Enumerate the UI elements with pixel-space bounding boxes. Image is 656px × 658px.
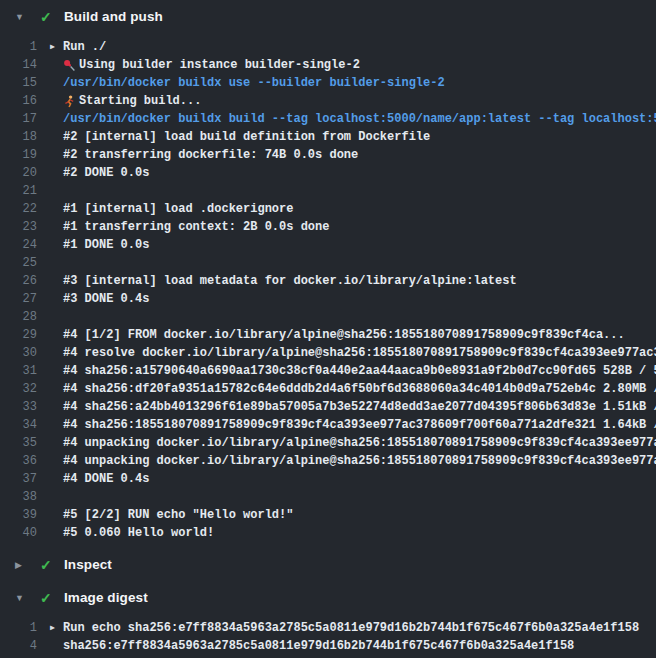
log-line: 28 ▶	[0, 308, 656, 326]
line-number[interactable]: 35	[0, 434, 37, 452]
line-content: ▶	[37, 254, 656, 272]
section-title: Inspect	[64, 557, 112, 572]
line-number[interactable]: 23	[0, 218, 37, 236]
log-line: 33 ▶ #4 sha256:a24bb4013296f61e89ba57005…	[0, 398, 656, 416]
line-content: ▶ #5 [2/2] RUN echo "Hello world!"	[37, 506, 656, 524]
log-text: /usr/bin/docker buildx use --builder bui…	[63, 74, 445, 92]
log-text: sha256:e7ff8834a5963a2785c5a0811e979d16b…	[63, 637, 574, 655]
line-number[interactable]: 21	[0, 182, 37, 200]
log-line: 39 ▶ #5 [2/2] RUN echo "Hello world!"	[0, 506, 656, 524]
line-number[interactable]: 22	[0, 200, 37, 218]
line-number[interactable]: 30	[0, 344, 37, 362]
section-header-image-digest[interactable]: ▼ ✓ Image digest	[0, 581, 656, 614]
section-title: Build and push	[64, 9, 163, 24]
log-line: 27 ▶ #3 DONE 0.4s	[0, 290, 656, 308]
line-content: ▶	[37, 308, 656, 326]
log-line: 30 ▶ #4 resolve docker.io/library/alpine…	[0, 344, 656, 362]
line-content: ▶ Starting build...	[37, 92, 656, 110]
log-text: #5 [2/2] RUN echo "Hello world!"	[63, 506, 293, 524]
log-text: #4 sha256:df20fa9351a15782c64e6dddb2d4a6…	[63, 380, 656, 398]
log-line: 15 ▶ /usr/bin/docker buildx use --builde…	[0, 74, 656, 92]
log-line: 24 ▶ #1 DONE 0.0s	[0, 236, 656, 254]
log-line: 34 ▶ #4 sha256:185518070891758909c9f839c…	[0, 416, 656, 434]
line-number[interactable]: 32	[0, 380, 37, 398]
line-content: ▶ #2 DONE 0.0s	[37, 164, 656, 182]
line-content: ▶ #3 [internal] load metadata for docker…	[37, 272, 656, 290]
line-number[interactable]: 40	[0, 524, 37, 542]
line-number[interactable]: 24	[0, 236, 37, 254]
log-text: #1 transferring context: 2B 0.0s done	[63, 218, 329, 236]
pushpin-icon	[63, 59, 79, 72]
log-text: Run ./	[63, 38, 106, 56]
line-content: ▶ Using builder instance builder-single-…	[37, 56, 656, 74]
runner-icon	[63, 95, 79, 108]
chevron-right-icon[interactable]: ▶	[15, 560, 40, 570]
line-number[interactable]: 33	[0, 398, 37, 416]
line-content: ▶ #3 DONE 0.4s	[37, 290, 656, 308]
success-check-icon: ✓	[40, 557, 64, 573]
chevron-down-icon[interactable]: ▼	[15, 12, 40, 22]
log-section-build-and-push: ▼ ✓ Build and push 1 ▶ Run ./ 14 ▶ Using…	[0, 0, 656, 548]
line-content: ▶ #4 sha256:a24bb4013296f61e89ba57005a7b…	[37, 398, 656, 416]
line-number[interactable]: 37	[0, 470, 37, 488]
line-number[interactable]: 25	[0, 254, 37, 272]
log-line: 19 ▶ #2 transferring dockerfile: 74B 0.0…	[0, 146, 656, 164]
line-number[interactable]: 29	[0, 326, 37, 344]
log-text: #4 sha256:185518070891758909c9f839cf4ca3…	[63, 416, 656, 434]
line-number[interactable]: 16	[0, 92, 37, 110]
line-content: ▶ #4 unpacking docker.io/library/alpine@…	[37, 434, 656, 452]
log-text: #2 transferring dockerfile: 74B 0.0s don…	[63, 146, 358, 164]
line-content: ▶ #5 0.060 Hello world!	[37, 524, 656, 542]
line-number[interactable]: 31	[0, 362, 37, 380]
line-content: ▶ #4 unpacking docker.io/library/alpine@…	[37, 452, 656, 470]
section-title: Image digest	[64, 590, 148, 605]
log-line: 22 ▶ #1 [internal] load .dockerignore	[0, 200, 656, 218]
line-number[interactable]: 4	[0, 637, 37, 655]
line-content: ▶ #4 sha256:df20fa9351a15782c64e6dddb2d4…	[37, 380, 656, 398]
log-text: #4 DONE 0.4s	[63, 470, 149, 488]
success-check-icon: ✓	[40, 590, 64, 606]
chevron-down-icon[interactable]: ▼	[15, 593, 40, 603]
line-content: ▶ #2 transferring dockerfile: 74B 0.0s d…	[37, 146, 656, 164]
log-line: 18 ▶ #2 [internal] load build definition…	[0, 128, 656, 146]
log-text: /usr/bin/docker buildx build --tag local…	[63, 110, 656, 128]
line-number[interactable]: 27	[0, 290, 37, 308]
section-log-body: 1 ▶ Run ./ 14 ▶ Using builder instance b…	[0, 33, 656, 548]
section-header-build-and-push[interactable]: ▼ ✓ Build and push	[0, 0, 656, 33]
log-line: 31 ▶ #4 sha256:a15790640a6690aa1730c38cf…	[0, 362, 656, 380]
section-header-inspect[interactable]: ▶ ✓ Inspect	[0, 548, 656, 581]
line-number[interactable]: 20	[0, 164, 37, 182]
log-line: 4 ▶ sha256:e7ff8834a5963a2785c5a0811e979…	[0, 637, 656, 655]
line-number[interactable]: 17	[0, 110, 37, 128]
line-number[interactable]: 38	[0, 488, 37, 506]
line-number[interactable]: 26	[0, 272, 37, 290]
log-text: #4 unpacking docker.io/library/alpine@sh…	[63, 452, 656, 470]
line-number[interactable]: 15	[0, 74, 37, 92]
line-number[interactable]: 36	[0, 452, 37, 470]
line-content: ▶ #1 [internal] load .dockerignore	[37, 200, 656, 218]
line-number[interactable]: 14	[0, 56, 37, 74]
line-number[interactable]: 39	[0, 506, 37, 524]
line-number[interactable]: 18	[0, 128, 37, 146]
line-content: ▶	[37, 488, 656, 506]
run-expander-icon[interactable]: ▶	[50, 38, 63, 56]
log-line: 14 ▶ Using builder instance builder-sing…	[0, 56, 656, 74]
run-expander-icon[interactable]: ▶	[50, 619, 63, 637]
line-content: ▶ sha256:e7ff8834a5963a2785c5a0811e979d1…	[37, 637, 656, 655]
section-log-body: 1 ▶ Run echo sha256:e7ff8834a5963a2785c5…	[0, 614, 656, 658]
log-text: #4 resolve docker.io/library/alpine@sha2…	[63, 344, 656, 362]
line-number[interactable]: 1	[0, 38, 37, 56]
log-text: #2 [internal] load build definition from…	[63, 128, 430, 146]
line-number[interactable]: 19	[0, 146, 37, 164]
log-line: 1 ▶ Run echo sha256:e7ff8834a5963a2785c5…	[0, 619, 656, 637]
log-line: 17 ▶ /usr/bin/docker buildx build --tag …	[0, 110, 656, 128]
line-number[interactable]: 28	[0, 308, 37, 326]
line-content: ▶ #2 [internal] load build definition fr…	[37, 128, 656, 146]
line-number[interactable]: 1	[0, 619, 37, 637]
log-text: Run echo sha256:e7ff8834a5963a2785c5a081…	[63, 619, 639, 637]
line-content: ▶ #4 sha256:a15790640a6690aa1730c38cf0a4…	[37, 362, 656, 380]
log-text: #5 0.060 Hello world!	[63, 524, 214, 542]
line-content: ▶ #1 DONE 0.0s	[37, 236, 656, 254]
line-number[interactable]: 34	[0, 416, 37, 434]
line-content: ▶ /usr/bin/docker buildx build --tag loc…	[37, 110, 656, 128]
